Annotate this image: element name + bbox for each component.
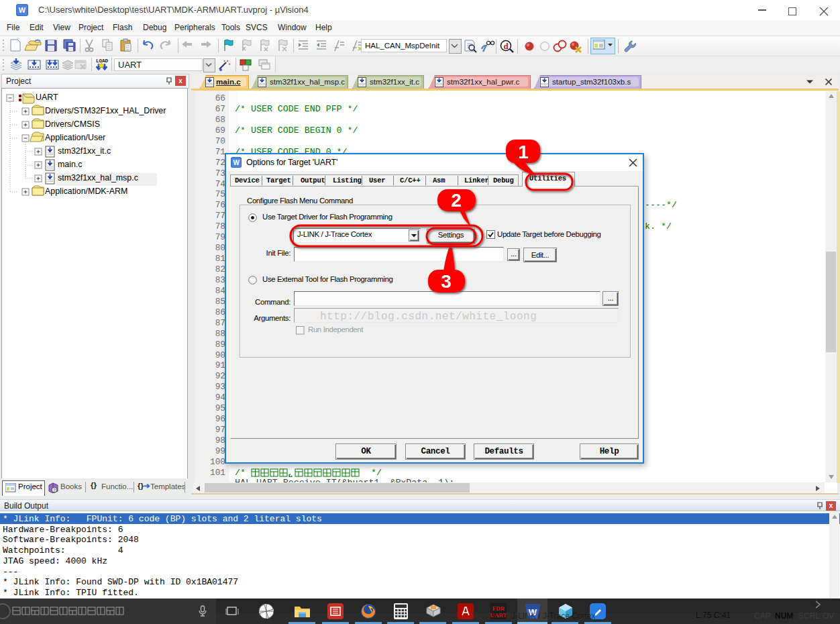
svg-text:?: ? — [53, 488, 56, 492]
svg-text:LOAD: LOAD — [96, 58, 109, 64]
svg-text:d: d — [503, 41, 509, 51]
svg-text:FDR: FDR — [492, 605, 505, 612]
svg-text:W: W — [233, 159, 240, 166]
svg-text:W: W — [19, 6, 26, 14]
svg-text:UART: UART — [490, 612, 507, 619]
